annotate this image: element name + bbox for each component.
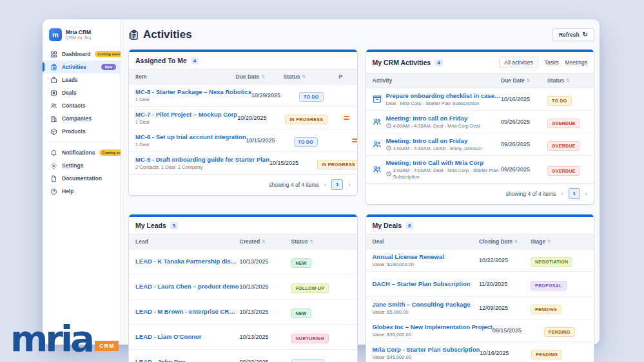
stage-badge: PROPOSAL [531, 281, 567, 291]
deal-value: Value: $190,000.00 [373, 262, 480, 268]
mria-wordmark: mria [10, 325, 92, 353]
status-badge: IN PROGRESS [317, 160, 358, 169]
sort-icon: ⇅ [514, 239, 518, 244]
task-icon [373, 95, 382, 104]
table-row: LEAD - John Doe 09/20/2025 ENGAGED [129, 350, 357, 362]
status-badge: NURTURING [291, 334, 329, 343]
lead-link[interactable]: LEAD - K Tanaka Partnership discussion [135, 258, 240, 265]
page-number-button[interactable]: 1 [331, 179, 343, 190]
activity-subtext: 4:00AM - 4:30AM, Deal - Mria Corp Deal [393, 123, 480, 129]
status-badge: NEW [291, 309, 311, 318]
sidebar-item-notifications[interactable]: Notifications Coming soon [43, 146, 120, 159]
sort-icon: ⇅ [566, 78, 569, 83]
due-date: 10/16/2025 [501, 96, 547, 102]
meeting-icon [373, 117, 382, 126]
sort-icon: ⇅ [262, 239, 265, 244]
sidebar-item-label: Settings [62, 162, 84, 169]
deal-link[interactable]: Globex Inc – New Implementation Project [373, 323, 493, 331]
item-link[interactable]: MC-7 - Pilot Project – Mockup Corp [135, 111, 237, 119]
created-date: 10/13/2025 [240, 334, 291, 340]
tab-tasks[interactable]: Tasks [545, 59, 559, 66]
lead-link[interactable]: LEAD - Liam O'Connor [135, 333, 240, 341]
panel-title: My Leads [135, 222, 166, 229]
item-subtext: 1 Deal [135, 97, 251, 103]
next-page-icon[interactable]: › [585, 191, 587, 197]
panels-grid: Assigned To Me 4 Item Due Date⇅ Status⇅ … [128, 49, 594, 362]
lead-link[interactable]: LEAD - John Doe [135, 358, 240, 362]
item-link[interactable]: MC-5 - Draft onboarding guide for Starte… [135, 156, 269, 164]
main-header: Activities Refresh ↻ [128, 26, 594, 43]
sidebar-nav: Dashboard Coming soon Activities New Lea… [43, 48, 120, 198]
sidebar-item-leads[interactable]: Leads [43, 73, 120, 86]
sidebar-item-deals[interactable]: Deals [43, 86, 120, 99]
sidebar-item-companies[interactable]: Companies [43, 112, 120, 125]
tab-meetings[interactable]: Meetings [565, 59, 588, 66]
due-date: 09/26/2025 [501, 166, 547, 173]
sidebar-item-label: Help [62, 188, 73, 195]
column-status[interactable]: Status⇅ [547, 77, 587, 84]
sidebar-item-label: Dashboard [62, 51, 90, 57]
deal-link[interactable]: DACH – Starter Plan Subscription [373, 280, 480, 288]
sidebar-item-label: Deals [62, 90, 77, 96]
gear-icon [50, 162, 57, 169]
table-header: Item Due Date⇅ Status⇅ P [129, 69, 357, 84]
sidebar-item-products[interactable]: Products [43, 125, 120, 138]
table-row: LEAD - K Tanaka Partnership discussion 1… [129, 249, 357, 274]
deal-link[interactable]: Jane Smith – Consulting Package [373, 301, 480, 309]
column-stage[interactable]: Stage⇅ [531, 238, 587, 245]
sidebar-item-documentation[interactable]: Documentation [43, 172, 120, 185]
refresh-button-label: Refresh [559, 32, 580, 38]
sidebar-item-help[interactable]: Help [43, 185, 120, 198]
contacts-icon [50, 102, 57, 110]
table-row: MC-6 - Set up trial account integration1… [129, 129, 357, 152]
created-date: 10/13/2025 [240, 283, 291, 290]
created-date: 10/13/2025 [240, 309, 291, 315]
prev-page-icon[interactable]: ‹ [561, 191, 563, 197]
clipboard-icon [128, 30, 139, 40]
activity-link[interactable]: Meeting: Intro call on Friday [386, 137, 482, 145]
sidebar-item-activities[interactable]: Activities New [43, 61, 120, 73]
item-link[interactable]: MC-8 - Starter Package – Nexa Robotics [135, 88, 251, 96]
item-link[interactable]: MC-6 - Set up trial account integration [135, 133, 246, 141]
bell-icon [50, 149, 57, 157]
closing-date: 10/16/2025 [480, 350, 531, 356]
sidebar-item-dashboard[interactable]: Dashboard Coming soon [43, 48, 120, 61]
panel-my-deals: My Deals 6 Deal Closing Date⇅ Stage⇅ Ann… [366, 214, 595, 362]
column-due-date[interactable]: Due Date⇅ [501, 77, 547, 84]
brand: m Mria CRM CRM for Jira [43, 27, 120, 48]
tab-all-activities[interactable]: All activities [499, 57, 538, 68]
activity-subtext: 3:00AM - 4:00AM, Deal - Mria Corp - Star… [393, 167, 502, 180]
deal-link[interactable]: Mria Corp - Starter Plan Subscription [373, 346, 480, 354]
column-status[interactable]: Status⇅ [284, 73, 339, 80]
meeting-icon [373, 140, 382, 149]
column-due-date[interactable]: Due Date⇅ [236, 73, 284, 80]
next-page-icon[interactable]: › [348, 182, 350, 188]
table-header: Activity Due Date⇅ Status⇅ [366, 73, 594, 88]
table-row: Prepare onboarding checklist in case of … [366, 88, 594, 111]
activity-link[interactable]: Meeting: Intro Call with Mria Corp [386, 159, 502, 167]
leads-icon [50, 77, 57, 84]
column-status[interactable]: Status⇅ [291, 238, 351, 245]
activity-link[interactable]: Meeting: Intro call on Friday [386, 115, 480, 122]
column-closing-date[interactable]: Closing Date⇅ [479, 238, 531, 245]
sidebar-item-contacts[interactable]: Contacts [43, 99, 120, 112]
created-date: 10/13/2025 [240, 258, 291, 265]
sort-icon: ⇅ [309, 239, 313, 244]
prev-page-icon[interactable]: ‹ [324, 182, 326, 188]
priority-medium-icon [344, 116, 349, 120]
page-number-button[interactable]: 1 [569, 188, 580, 199]
activity-link[interactable]: Prepare onboarding checklist in case of … [386, 92, 502, 100]
sort-icon: ⇅ [261, 74, 264, 79]
app-window: m Mria CRM CRM for Jira Dashboard Coming… [43, 19, 600, 345]
activity-subtext: 4:00AM - 4:30AM, LEAD - Emily Johnson [393, 146, 482, 152]
deal-link[interactable]: Annual License Renewal [373, 253, 480, 261]
column-created[interactable]: Created⇅ [240, 238, 291, 245]
crm-badge: CRM [95, 341, 119, 351]
lead-link[interactable]: LEAD - M Brown - enterprise CRM migratio… [135, 308, 240, 316]
stage-badge: NEGOTIATION [531, 257, 572, 267]
sort-icon: ⇅ [547, 239, 551, 244]
lead-link[interactable]: LEAD - Laura Chen – product demo [135, 283, 240, 291]
showing-text: showing 4 of 4 items [506, 191, 556, 197]
refresh-button[interactable]: Refresh ↻ [552, 28, 594, 41]
sidebar-item-settings[interactable]: Settings [43, 159, 120, 172]
